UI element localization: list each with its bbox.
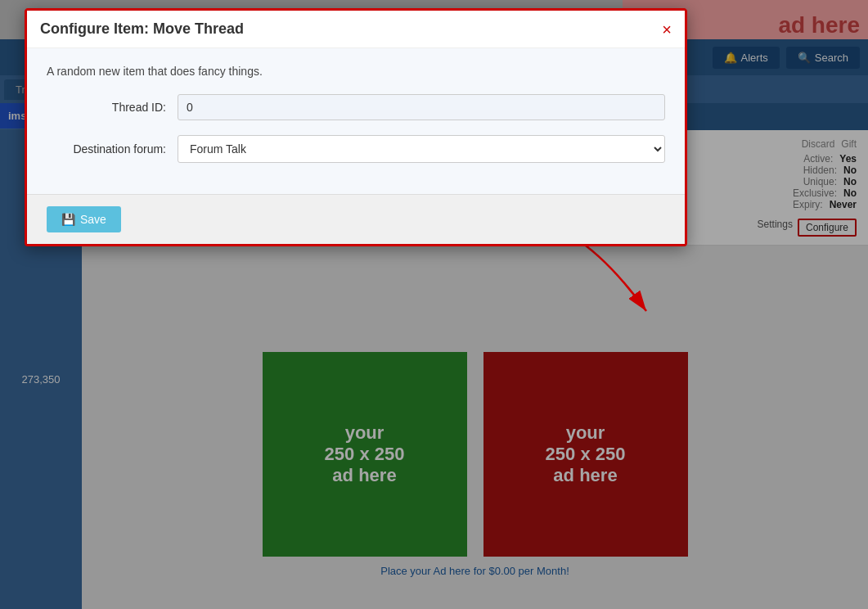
save-icon: 💾: [61, 213, 75, 226]
thread-id-label: Thread ID:: [47, 101, 178, 114]
save-label: Save: [80, 213, 106, 226]
destination-forum-row: Destination forum: Forum Talk: [47, 135, 665, 163]
modal-footer: 💾 Save: [27, 194, 685, 244]
modal-header: Configure Item: Move Thread ×: [27, 11, 685, 48]
modal-body: A random new item that does fancy things…: [27, 48, 685, 194]
configure-item-modal: Configure Item: Move Thread × A random n…: [25, 8, 687, 246]
modal-close-button[interactable]: ×: [662, 21, 672, 38]
destination-forum-select[interactable]: Forum Talk: [178, 135, 665, 163]
modal-title: Configure Item: Move Thread: [40, 20, 244, 38]
thread-id-input[interactable]: [178, 94, 665, 120]
destination-forum-label: Destination forum:: [47, 142, 178, 156]
modal-description: A random new item that does fancy things…: [47, 65, 665, 78]
save-button[interactable]: 💾 Save: [47, 206, 121, 232]
thread-id-row: Thread ID:: [47, 94, 665, 120]
